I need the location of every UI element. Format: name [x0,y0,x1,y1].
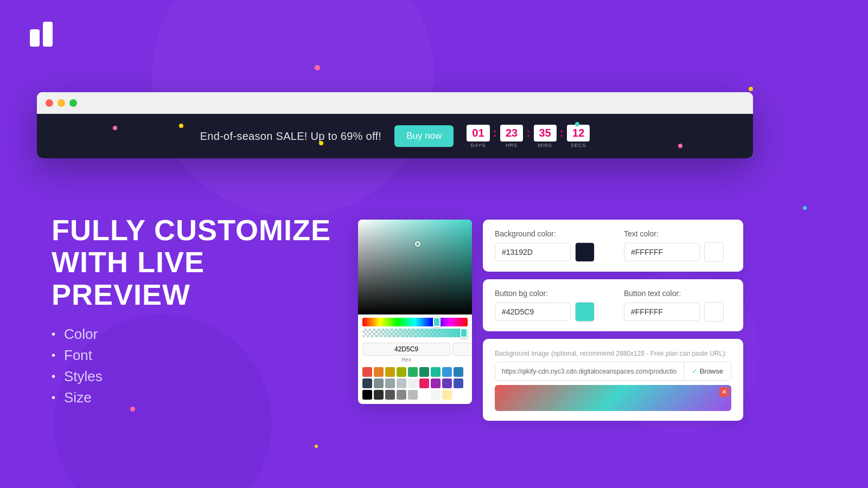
text-color-input[interactable] [624,243,700,261]
bg-color-group: Background color: [495,229,602,262]
color-swatch[interactable] [397,390,406,400]
color-picker-panel: Hex R G B A [358,220,472,404]
color-swatch[interactable] [419,378,429,388]
countdown-timer: 01 DAYS : 23 HRS : 35 MINS : 12 SECS [467,125,590,148]
countdown-days-value: 01 [467,125,489,142]
color-swatch[interactable] [419,367,429,377]
close-icon: ✕ [722,388,727,396]
countdown-secs-label: SECS [571,143,586,148]
countdown-sep-1: : [493,126,497,140]
color-swatches [358,364,472,404]
color-swatch[interactable] [408,378,418,388]
bg-color-swatch[interactable] [575,242,595,262]
bg-image-group: Background image (optional, recommend 28… [495,349,731,411]
color-swatch[interactable] [397,378,406,388]
color-swatch[interactable] [442,367,452,377]
decor-dot-2 [749,87,753,91]
color-swatch[interactable] [454,378,463,388]
bg-image-url-input[interactable] [495,363,684,380]
opacity-thumb [460,328,468,338]
text-color-swatch[interactable] [704,242,724,262]
left-content: FULLY CUSTOMIZE WITH LIVE PREVIEW Color … [52,214,344,406]
decor-dot-3 [803,206,807,210]
color-swatch[interactable] [431,367,441,377]
browser-toolbar [37,92,753,114]
banner-dot-4 [678,144,682,148]
panel-btn-row: Button bg color: Button text color: [495,289,731,322]
hue-slider[interactable] [362,318,468,326]
color-swatch[interactable] [385,367,395,377]
btn-text-color-swatch[interactable] [704,302,724,322]
r-input[interactable] [452,343,472,356]
text-color-label: Text color: [624,229,731,238]
countdown-days: 01 DAYS [467,125,489,148]
countdown-hrs: 23 HRS [500,125,523,148]
color-swatch[interactable] [385,378,395,388]
color-swatch[interactable] [362,367,372,377]
btn-bg-color-group: Button bg color: [495,289,602,322]
bg-color-input[interactable] [495,243,571,261]
browse-check-icon: ✓ [692,367,698,375]
panel-bg-image: Background image (optional, recommend 28… [483,339,743,421]
btn-bg-color-input[interactable] [495,303,571,321]
feature-list: Color Font Styles Size [52,326,344,406]
btn-bg-color-label: Button bg color: [495,289,602,298]
color-swatch[interactable] [374,367,384,377]
color-values-row: Hex R G B A [358,339,472,364]
feature-styles: Styles [52,368,344,385]
text-color-input-row [624,242,731,262]
countdown-mins-label: MINS [538,143,552,148]
color-swatch[interactable] [374,390,384,400]
hex-label: Hex [362,357,450,363]
color-swatch[interactable] [419,390,429,400]
btn-bg-input-row [495,302,602,322]
hex-input[interactable] [362,343,450,356]
color-swatch[interactable] [385,390,395,400]
panel-bg-text-row: Background color: Text color: [495,229,731,262]
bg-image-main-label: Background image [495,350,549,357]
svg-rect-0 [30,29,40,47]
color-swatch[interactable] [408,390,418,400]
feature-color: Color [52,326,344,343]
countdown-hrs-label: HRS [506,143,518,148]
color-swatch[interactable] [362,390,372,400]
countdown-days-label: DAYS [471,143,486,148]
browser-maximize-dot [69,99,77,107]
color-swatch[interactable] [442,378,452,388]
browser-close-dot [46,99,53,107]
main-heading: FULLY CUSTOMIZE WITH LIVE PREVIEW [52,214,344,311]
color-swatch[interactable] [431,378,441,388]
decor-dot-5 [315,445,318,448]
bg-image-label: Background image (optional, recommend 28… [495,349,731,357]
countdown-sep-3: : [560,126,564,140]
banner-buy-button[interactable]: Buy now [394,125,454,147]
panel-bg-text-color: Background color: Text color: [483,220,743,272]
r-label: R [452,357,472,363]
color-swatch[interactable] [374,378,384,388]
btn-text-color-input[interactable] [624,303,700,321]
browse-button[interactable]: ✓ Browse [684,362,731,380]
bg-image-hint: (optional, recommend 2880x128 - Free pla… [551,350,727,357]
color-swatch[interactable] [442,390,452,400]
bg-image-preview: ✕ [495,385,731,411]
color-swatch[interactable] [362,378,372,388]
panel-btn-color: Button bg color: Button text color: [483,279,743,331]
banner-dot-2 [319,141,323,145]
banner-dot-3 [575,122,579,126]
btn-bg-color-swatch[interactable] [575,302,595,322]
heading-line1: FULLY CUSTOMIZE [52,214,331,246]
color-swatch[interactable] [431,390,441,400]
image-preview-close-button[interactable]: ✕ [719,387,729,397]
feature-size: Size [52,389,344,406]
banner-dot-5 [179,124,183,128]
browse-button-label: Browse [700,367,723,375]
hue-thumb [433,317,441,327]
countdown-mins-value: 35 [534,125,557,142]
color-swatch[interactable] [454,367,463,377]
color-gradient-picker[interactable] [358,220,472,314]
color-swatch[interactable] [408,367,418,377]
color-swatch[interactable] [397,367,406,377]
countdown-hrs-value: 23 [500,125,523,142]
opacity-slider[interactable] [362,329,468,337]
feature-font: Font [52,347,344,364]
